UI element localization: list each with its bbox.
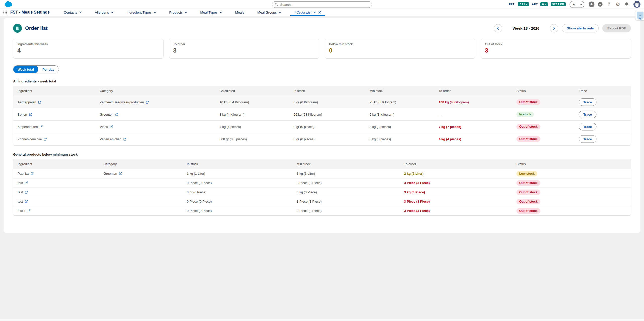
to-order-value: 4 kg (4 pieces) — [439, 133, 516, 145]
app-launcher-waffle-icon[interactable] — [3, 9, 7, 16]
min-stock-value: 3 Piece (3 Piece) — [297, 206, 404, 215]
view-toggle-button[interactable]: Per day — [38, 66, 59, 73]
favorite-star-icon[interactable] — [570, 1, 578, 8]
user-avatar[interactable] — [633, 1, 640, 8]
in-stock-value: 0 Piece (0 Piece) — [187, 178, 297, 188]
edit-pencil-icon[interactable] — [638, 17, 642, 22]
trace-button[interactable]: Trace — [579, 111, 596, 118]
trace-button[interactable]: Trace — [579, 98, 596, 106]
export-pdf-button[interactable]: Export PDF — [602, 24, 631, 32]
status-badge: Out of stock — [516, 190, 540, 195]
nav-tab[interactable]: Meals — [229, 9, 251, 16]
search-input[interactable] — [272, 1, 372, 8]
week-navigation: Week 18 - 2026 Show alerts only Export P… — [494, 24, 631, 32]
nav-tab[interactable]: Meal Types — [194, 9, 229, 16]
week-table: IngredientCategoryCalculatedIn stockMin … — [13, 86, 631, 146]
external-link-icon[interactable] — [38, 101, 41, 104]
external-link-icon[interactable] — [25, 181, 28, 185]
guidance-center-icon[interactable] — [597, 1, 603, 7]
chevron-down-icon[interactable] — [154, 12, 156, 13]
chevron-down-icon[interactable] — [313, 12, 316, 13]
week-table-heading: All ingredients - week total — [13, 79, 631, 83]
art-value-badge: 0 s — [540, 2, 548, 6]
to-order-value: 7 kg (7 pieces) — [439, 121, 516, 133]
chevron-down-icon[interactable] — [279, 12, 281, 13]
trace-button[interactable]: Trace — [579, 123, 596, 130]
ingredient-name: test — [18, 200, 23, 203]
ingredient-name: Aardappelen — [18, 100, 36, 104]
in-stock-value: 56 kg (28 Kilogram) — [294, 108, 370, 121]
category-name: Vetten en oliën — [100, 137, 122, 141]
status-badge: Out of stock — [516, 208, 540, 214]
global-actions-plus-icon[interactable] — [589, 2, 594, 7]
nav-tab[interactable]: Products — [163, 9, 194, 16]
summary-card-label: Below min stock — [329, 42, 471, 46]
nav-tab[interactable]: Ingredient Types — [120, 9, 163, 16]
ept-value-badge: 0.21 s — [518, 2, 529, 6]
external-link-icon[interactable] — [123, 137, 127, 141]
ept-label: EPT: — [509, 3, 515, 6]
table-header-row: IngredientCategoryCalculatedIn stockMin … — [13, 86, 631, 96]
column-header: Category — [103, 159, 187, 169]
help-icon[interactable] — [606, 1, 612, 7]
summary-card: To order 3 — [169, 39, 319, 59]
chevron-down-icon[interactable] — [79, 12, 82, 13]
external-link-icon[interactable] — [25, 200, 28, 203]
to-order-value: 100 kg (4 Kilogram) — [439, 96, 516, 108]
ingredient-name: Paprika — [18, 172, 29, 175]
chevron-down-icon[interactable] — [111, 12, 113, 13]
in-stock-value: 0 gr (0 pieces) — [294, 121, 370, 133]
summary-card-label: To order — [173, 42, 315, 46]
close-icon[interactable] — [318, 11, 321, 14]
next-week-button[interactable] — [550, 24, 558, 32]
min-stock-value: 3 kg (3 pieces) — [370, 121, 439, 133]
nav-tab[interactable]: Meal Groups — [251, 9, 288, 16]
column-header: Status — [516, 86, 579, 96]
table-row: test 1 0 Piece (0 Piece) 3 Piece (3 Piec… — [13, 206, 631, 215]
external-link-icon[interactable] — [119, 172, 122, 175]
chevron-down-icon[interactable] — [220, 12, 222, 13]
summary-card-value: 4 — [17, 47, 159, 54]
summary-card-label: Ingredients this week — [17, 42, 159, 46]
nav-tab[interactable]: Contacts — [57, 9, 88, 16]
external-link-icon[interactable] — [27, 209, 31, 212]
order-list-sliders-icon — [13, 24, 22, 33]
nav-tab-list: Contacts Allergens Ingredient Types Prod… — [57, 9, 328, 16]
external-link-icon[interactable] — [110, 125, 113, 128]
calculated-value: 4 kg (4 pieces) — [220, 121, 294, 133]
external-link-icon[interactable] — [25, 191, 28, 194]
min-stock-value: 3 Piece (3 Piece) — [297, 178, 404, 188]
chevron-down-icon[interactable] — [185, 12, 187, 13]
external-link-icon[interactable] — [29, 113, 32, 116]
nav-tab-label: Ingredient Types — [127, 11, 152, 14]
view-toggle: Week totalPer day — [13, 65, 59, 73]
summary-cards: Ingredients this week 4 To order 3 Below… — [13, 39, 631, 59]
external-link-icon[interactable] — [30, 172, 34, 175]
column-header: To order — [404, 159, 516, 169]
trace-button[interactable]: Trace — [579, 135, 596, 143]
status-badge: Out of stock — [516, 124, 540, 129]
show-alerts-only-button[interactable]: Show alerts only — [562, 24, 599, 32]
ingredient-name: Bonen — [18, 113, 27, 116]
favorites-chevron-down-icon[interactable] — [578, 1, 584, 8]
nav-tab[interactable]: Allergens — [88, 9, 120, 16]
nav-tab[interactable]: * Order List — [288, 9, 328, 16]
ingredient-name: Kippenbouten — [18, 125, 38, 129]
column-header: In stock — [294, 86, 370, 96]
column-header: Ingredient — [13, 159, 103, 169]
salesforce-cloud-logo — [4, 1, 14, 8]
summary-card-value: 3 — [485, 47, 627, 54]
nav-tab-label: Products — [169, 11, 183, 14]
external-link-icon[interactable] — [39, 125, 43, 128]
setup-gear-icon[interactable] — [615, 1, 621, 7]
nav-tab-label: Contacts — [64, 11, 77, 14]
column-header: To order — [439, 86, 516, 96]
min-stock-value: 75 kg (3 Kilogram) — [370, 96, 439, 108]
external-link-icon[interactable] — [44, 137, 47, 141]
view-toggle-button[interactable]: Week total — [13, 66, 38, 73]
external-link-icon[interactable] — [115, 113, 118, 116]
notifications-bell-icon[interactable] — [624, 1, 630, 7]
previous-week-button[interactable] — [494, 24, 502, 32]
external-link-icon[interactable] — [146, 101, 149, 104]
summary-card: Ingredients this week 4 — [13, 39, 164, 59]
